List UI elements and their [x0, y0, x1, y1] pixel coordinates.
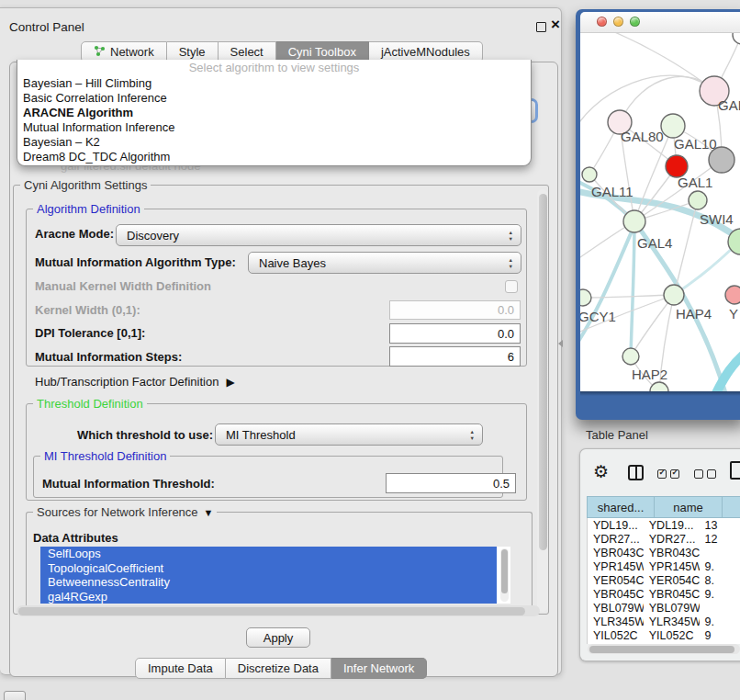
network-node[interactable] — [689, 191, 707, 209]
settings-vertical-thumb[interactable] — [539, 194, 547, 550]
table-row[interactable]: YBL079WYBL079W — [588, 601, 740, 615]
network-node[interactable] — [623, 210, 645, 232]
table-row[interactable]: YPR145WYPR145W9. — [588, 559, 740, 573]
network-node-label: HAP4 — [676, 306, 712, 322]
table-cell: YPR145W — [588, 560, 644, 573]
table-column-header[interactable]: name — [655, 496, 723, 518]
data-attributes-list[interactable]: SelfLoopsTopologicalCoefficientBetweenne… — [40, 547, 510, 604]
table-row[interactable]: YIL052CYIL052C9 — [588, 628, 740, 642]
algorithm-menu-item[interactable]: ARACNE Algorithm — [17, 106, 531, 120]
mi-threshold-input[interactable]: 0.5 — [386, 473, 516, 493]
table-cell: YBR045C — [644, 588, 700, 601]
close-traffic-light[interactable] — [597, 17, 607, 27]
table-row[interactable]: YBR043CYBR043C — [588, 546, 740, 559]
table-cell: 8. — [700, 574, 740, 587]
attribute-item[interactable]: gal4RGexp — [40, 590, 497, 604]
table-row[interactable]: YDL19...YDL19...13 — [588, 518, 740, 532]
sources-group-toggle[interactable]: Sources for Network Inference▼ — [33, 505, 217, 520]
close-icon[interactable]: × — [551, 16, 560, 34]
dpi-tolerance-input[interactable]: 0.0 — [389, 323, 521, 344]
combo-arrows-icon: ▲▼ — [509, 257, 513, 269]
settings-horizontal-scrollbar[interactable] — [17, 605, 540, 616]
table-column-header[interactable]: shared... — [587, 496, 655, 518]
manual-kernel-width-checkbox[interactable] — [505, 280, 518, 293]
aracne-mode-combobox[interactable]: Discovery ▲▼ — [116, 224, 521, 246]
clipped-corner-button[interactable] — [4, 691, 26, 700]
network-node[interactable] — [580, 289, 591, 306]
attribute-item[interactable]: SelfLoops — [40, 547, 497, 561]
document-icon[interactable] — [730, 461, 740, 480]
deselect-all-icon[interactable] — [694, 469, 716, 479]
network-node-label: HAP2 — [632, 367, 667, 382]
network-node-label: Y — [729, 306, 738, 322]
algorithm-menu-item[interactable]: Mutual Information Inference — [17, 120, 531, 135]
table-horizontal-scrollbar[interactable] — [588, 644, 740, 654]
table-cell: YDL19... — [644, 519, 700, 532]
network-node[interactable] — [661, 114, 685, 138]
network-edge[interactable] — [606, 33, 714, 91]
network-node[interactable] — [733, 33, 740, 44]
aracne-mode-label: Aracne Mode: — [35, 227, 114, 242]
column-split-icon[interactable] — [628, 465, 644, 480]
window-bottom-shadow — [580, 391, 740, 396]
table-horizontal-thumb[interactable] — [589, 646, 734, 653]
select-all-icon[interactable] — [657, 469, 679, 479]
settings-vertical-scrollbar[interactable] — [537, 189, 548, 612]
tab-impute-data[interactable]: Impute Data — [135, 658, 226, 679]
float-window-icon[interactable] — [536, 22, 546, 32]
minimize-traffic-light[interactable] — [613, 17, 623, 27]
combo-arrows-icon: ▲▼ — [509, 230, 513, 242]
network-window-titlebar[interactable] — [580, 12, 740, 33]
network-node[interactable] — [664, 285, 684, 305]
attribute-item[interactable]: BetweennessCentrality — [40, 575, 497, 590]
table-cell: YBL079W — [588, 602, 644, 615]
expand-right-icon: ▶ — [226, 376, 234, 389]
network-node[interactable] — [582, 167, 597, 182]
attributes-scrollbar-thumb[interactable] — [501, 549, 508, 593]
attribute-item[interactable]: TopologicalCoefficient — [40, 561, 497, 576]
network-edge[interactable] — [583, 295, 674, 298]
table-cell: YDR27... — [588, 533, 644, 546]
gear-icon[interactable]: ⚙ — [593, 462, 609, 482]
settings-group-title: Cyni Algorithm Settings — [20, 178, 151, 192]
table-row[interactable]: YDR27...YDR27...12 — [588, 532, 740, 546]
tab-label: Network — [110, 45, 154, 59]
network-icon — [94, 45, 106, 60]
tab-discretize-data[interactable]: Discretize Data — [226, 658, 331, 679]
network-edge[interactable] — [631, 221, 634, 356]
table-cell: YPR145W — [644, 560, 700, 573]
table-cell: 9. — [700, 560, 740, 573]
table-row[interactable]: YLR345WYLR345W9. — [588, 615, 740, 628]
algorithm-menu-item[interactable]: Dream8 DC_TDC Algorithm — [17, 150, 531, 164]
screen: Control Panel × ▲▼ galFiltered.sif defau… — [0, 0, 740, 700]
settings-horizontal-thumb[interactable] — [18, 607, 525, 615]
mi-algorithm-type-combobox[interactable]: Naive Bayes ▲▼ — [248, 252, 521, 274]
which-threshold-combobox[interactable]: MI Threshold ▲▼ — [215, 423, 483, 446]
algorithm-menu-item[interactable]: Bayesian – Hill Climbing — [17, 76, 531, 91]
table-row[interactable]: YER054CYER054C8. — [588, 573, 740, 587]
panel-divider-handle-icon[interactable] — [558, 340, 563, 347]
apply-button[interactable]: Apply — [246, 627, 310, 648]
network-node[interactable] — [650, 382, 668, 391]
table-column-header[interactable] — [723, 496, 740, 518]
attributes-scrollbar[interactable] — [500, 548, 509, 602]
control-panel-window: Control Panel × ▲▼ galFiltered.sif defau… — [0, 7, 562, 675]
kernel-width-input[interactable]: 0.0 — [389, 300, 521, 320]
algorithm-menu-item[interactable]: Bayesian – K2 — [17, 135, 531, 150]
table-row[interactable]: YBR045CYBR045C9. — [588, 587, 740, 601]
network-canvas[interactable]: GALGAL80GAL10GAL1GAL11SWI4GAL4HAP4YGCY1H… — [580, 33, 740, 391]
zoom-traffic-light[interactable] — [630, 17, 640, 27]
algorithm-definition-title: Algorithm Definition — [33, 202, 144, 216]
network-node[interactable] — [622, 348, 639, 365]
table-cell: YBR045C — [588, 588, 644, 601]
algorithm-dropdown-popup: Select algorithm to view settings Bayesi… — [17, 60, 532, 166]
manual-kernel-width-label: Manual Kernel Width Definition — [35, 279, 211, 294]
tab-infer-network[interactable]: Infer Network — [331, 658, 427, 679]
algorithm-menu-item[interactable]: Basic Correlation Inference — [17, 91, 531, 106]
network-node[interactable] — [725, 286, 740, 304]
which-threshold-label: Which threshold to use: — [77, 428, 213, 443]
hub-section-toggle[interactable]: Hub/Transcription Factor Definition▶ — [35, 375, 235, 390]
mi-steps-input[interactable]: 6 — [389, 346, 521, 367]
tab-label: Impute Data — [148, 661, 213, 675]
network-node-label: GAL11 — [591, 184, 633, 199]
